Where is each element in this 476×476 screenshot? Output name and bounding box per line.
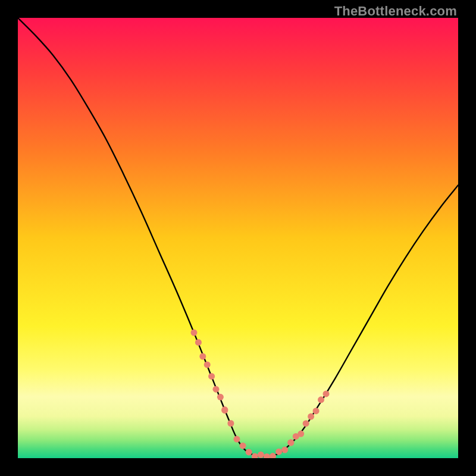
highlight-dot <box>213 386 220 393</box>
bottleneck-curve <box>18 18 458 456</box>
highlight-dot <box>221 406 228 413</box>
chart-plot <box>18 18 458 458</box>
highlight-dot <box>308 414 314 420</box>
highlight-dot <box>281 447 288 453</box>
highlight-dot <box>227 420 234 427</box>
highlight-dot <box>287 440 294 446</box>
highlight-dot <box>313 408 320 414</box>
highlight-dot <box>199 353 206 360</box>
watermark-text: TheBottleneck.com <box>334 4 457 19</box>
highlight-dot <box>217 394 224 400</box>
highlight-dots <box>191 330 330 458</box>
highlight-dot <box>270 453 276 458</box>
highlight-dot <box>195 339 202 346</box>
highlight-dot <box>275 449 282 455</box>
chart-frame <box>18 18 458 458</box>
highlight-dot <box>240 443 246 449</box>
highlight-dot <box>318 396 324 403</box>
highlight-dot <box>191 330 198 336</box>
highlight-dot <box>233 436 240 443</box>
highlight-dot <box>303 420 309 427</box>
highlight-dot <box>204 361 211 368</box>
highlight-dot <box>208 373 215 380</box>
highlight-dot <box>246 449 252 455</box>
highlight-dot <box>298 431 304 437</box>
highlight-dot <box>323 390 330 397</box>
highlight-dot <box>264 453 270 458</box>
highlight-dot <box>258 452 264 458</box>
